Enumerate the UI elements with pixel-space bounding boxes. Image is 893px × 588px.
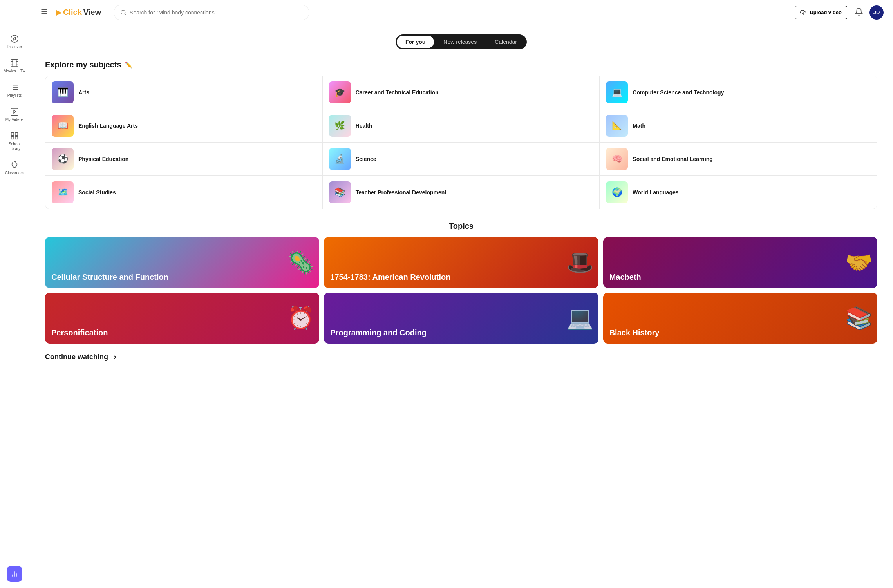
sidebar-item-playlists-label: Playlists [7,93,22,98]
sidebar-item-classroom-label: Classroom [5,171,24,175]
topic-card-cellular[interactable]: Cellular Structure and Function 🦠 [45,237,319,288]
subject-name-tpd: Teacher Professional Development [356,189,446,196]
topic-deco-macbeth: 🤝 [740,237,877,288]
continue-watching-row[interactable]: Continue watching [45,353,877,361]
subject-thumb-ss: 🗺️ [52,181,74,203]
subject-thumb-cs: 💻 [606,81,628,103]
grid-icon [10,132,19,140]
bell-icon [855,7,863,16]
subject-item-cte[interactable]: 🎓 Career and Technical Education [323,76,600,109]
tabs-row: For you New releases Calendar [45,34,877,49]
subject-item-ss[interactable]: 🗺️ Social Studies [45,176,323,209]
chart-icon [11,570,18,578]
subject-name-math: Math [633,122,645,129]
subject-name-pe: Physical Education [78,156,128,163]
subject-item-pe[interactable]: ⚽ Physical Education [45,143,323,176]
tab-calendar[interactable]: Calendar [486,36,526,48]
svg-rect-19 [15,133,18,135]
subject-item-cs[interactable]: 💻 Computer Science and Technology [600,76,877,109]
svg-rect-18 [11,133,14,135]
upload-button[interactable]: Upload video [794,6,848,19]
sidebar-item-playlists[interactable]: Playlists [2,80,27,101]
topic-deco-blackhistory: 📚 [740,293,877,344]
sidebar: Discover Movies + TV Playlists My Videos… [0,0,29,588]
main-wrapper: ▶ ClickView Upload video JD For [29,0,893,588]
subject-name-health: Health [356,122,372,129]
subject-item-ela[interactable]: 📖 English Language Arts [45,109,323,143]
tab-for-you[interactable]: For you [397,36,434,48]
topic-label-personification: Personification [51,328,108,337]
edit-subjects-button[interactable]: ✏️ [125,61,132,69]
subject-item-science[interactable]: 🔬 Science [323,143,600,176]
svg-marker-1 [13,37,16,40]
topic-label-programming: Programming and Coding [330,328,427,337]
upload-icon [800,9,806,16]
hamburger-icon [40,8,48,16]
sidebar-item-my-videos[interactable]: My Videos [2,104,27,125]
topic-deco-programming: 💻 [461,293,598,344]
subject-name-cs: Computer Science and Technology [633,89,724,96]
search-input[interactable] [130,9,303,16]
topic-label-macbeth: Macbeth [609,272,641,282]
sidebar-item-discover-label: Discover [7,45,22,49]
topic-card-revolution[interactable]: 1754-1783: American Revolution 🎩 [324,237,598,288]
subject-thumb-cte: 🎓 [329,81,351,103]
subject-name-science: Science [356,156,376,163]
subject-item-sel[interactable]: 🧠 Social and Emotional Learning [600,143,877,176]
svg-marker-17 [14,110,16,113]
apple-icon [10,161,19,169]
subject-name-ss: Social Studies [78,189,116,196]
sidebar-item-schoollibrary-label: School Library [4,142,25,151]
topic-card-blackhistory[interactable]: Black History 📚 [603,293,877,344]
subject-item-wl[interactable]: 🌍 World Languages [600,176,877,209]
svg-rect-16 [11,108,18,115]
logo-icon: ▶ [56,8,61,17]
topic-deco-personification: ⏰ [182,293,319,344]
logo[interactable]: ▶ ClickView [56,8,101,17]
search-icon [120,9,127,16]
sidebar-item-school-library[interactable]: School Library [2,128,27,154]
sidebar-item-movies-tv[interactable]: Movies + TV [2,56,27,77]
tab-new-releases[interactable]: New releases [435,36,485,48]
topics-title: Topics [45,222,877,231]
subject-thumb-sel: 🧠 [606,148,628,170]
topics-grid: Cellular Structure and Function 🦠 1754-1… [45,237,877,344]
logo-view: View [83,8,101,17]
analytics-button[interactable] [7,566,22,582]
subject-thumb-pe: ⚽ [52,148,74,170]
avatar-initials: JD [873,9,880,15]
sidebar-item-classroom[interactable]: Classroom [2,157,27,179]
subjects-grid: 🎹 Arts 🎓 Career and Technical Education … [45,76,877,209]
continue-watching-label: Continue watching [45,353,108,361]
subject-thumb-ela: 📖 [52,115,74,137]
subject-item-arts[interactable]: 🎹 Arts [45,76,323,109]
subject-item-math[interactable]: 📐 Math [600,109,877,143]
sidebar-item-discover[interactable]: Discover [2,31,27,52]
sidebar-item-movies-label: Movies + TV [4,69,25,74]
user-avatar[interactable]: JD [870,5,884,20]
subject-thumb-arts: 🎹 [52,81,74,103]
topic-card-macbeth[interactable]: Macbeth 🤝 [603,237,877,288]
topic-card-personification[interactable]: Personification ⏰ [45,293,319,344]
notification-button[interactable] [855,7,863,18]
subject-thumb-math: 📐 [606,115,628,137]
subject-name-arts: Arts [78,89,89,96]
header-right: Upload video JD [794,5,884,20]
compass-icon [10,34,19,43]
tabs-container: For you New releases Calendar [396,34,527,49]
logo-click: Click [63,8,82,17]
subject-item-health[interactable]: 🌿 Health [323,109,600,143]
topic-label-revolution: 1754-1783: American Revolution [330,272,450,282]
topic-label-blackhistory: Black History [609,328,660,337]
subject-thumb-science: 🔬 [329,148,351,170]
topic-label-cellular: Cellular Structure and Function [51,272,168,282]
topic-deco-cellular: 🦠 [182,237,319,288]
search-bar[interactable] [114,5,309,20]
menu-button[interactable] [39,6,50,19]
topic-card-programming[interactable]: Programming and Coding 💻 [324,293,598,344]
subject-name-cte: Career and Technical Education [356,89,439,96]
subject-name-wl: World Languages [633,189,678,196]
chevron-right-icon [111,354,118,361]
subject-item-tpd[interactable]: 📚 Teacher Professional Development [323,176,600,209]
topic-deco-revolution: 🎩 [461,237,598,288]
